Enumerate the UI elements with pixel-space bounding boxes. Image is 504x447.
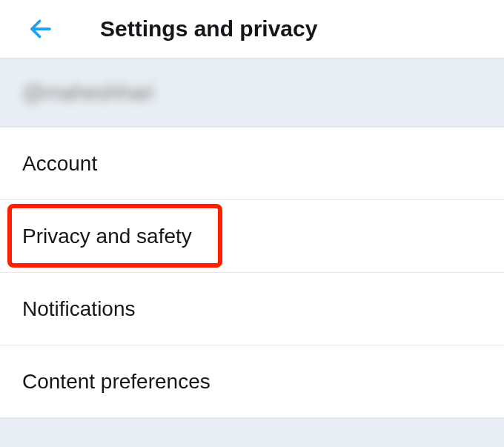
list-item-privacy-and-safety[interactable]: Privacy and safety [0, 200, 504, 273]
list-item-content-preferences[interactable]: Content preferences [0, 345, 504, 418]
back-button[interactable] [22, 10, 59, 47]
page-title: Settings and privacy [100, 16, 317, 42]
list-item-label: Notifications [22, 297, 136, 321]
username-handle: @maheshhari [22, 80, 153, 105]
list-item-notifications[interactable]: Notifications [0, 273, 504, 345]
list-item-label: Account [22, 152, 97, 176]
username-section[interactable]: @maheshhari [0, 58, 504, 128]
header: Settings and privacy [0, 0, 504, 58]
list-item-label: Content preferences [22, 370, 210, 394]
arrow-left-icon [27, 16, 54, 42]
list-item-account[interactable]: Account [0, 128, 504, 200]
footer-space [0, 418, 504, 447]
list-item-label: Privacy and safety [22, 225, 192, 248]
settings-list: Account Privacy and safety Notifications… [0, 128, 504, 418]
